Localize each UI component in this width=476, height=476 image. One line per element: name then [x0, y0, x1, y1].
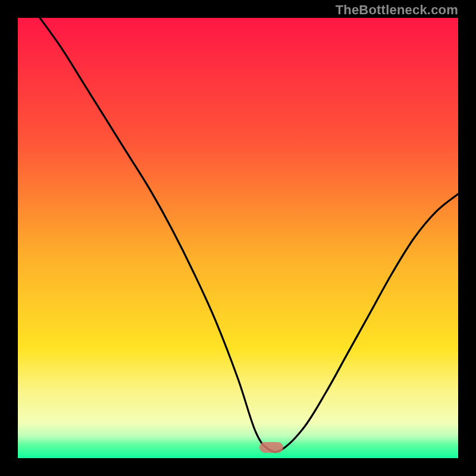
- chart-frame: TheBottleneck.com: [0, 0, 476, 476]
- minimum-marker-pill: [259, 442, 283, 453]
- bottleneck-curve: [18, 18, 458, 458]
- watermark-text: TheBottleneck.com: [336, 2, 458, 18]
- plot-area: [18, 18, 458, 458]
